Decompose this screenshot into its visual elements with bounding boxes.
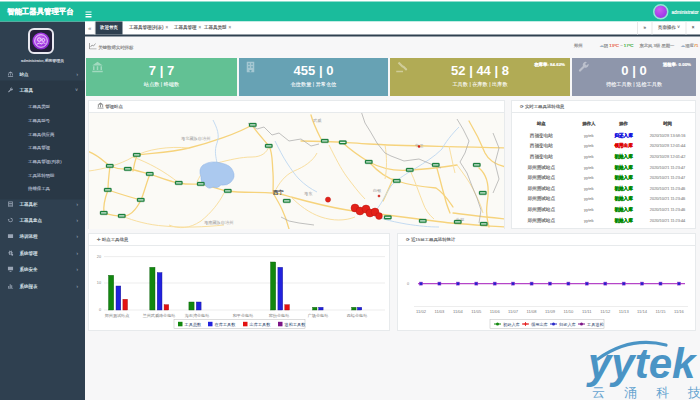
svg-text:西福变电站: 西福变电站 <box>347 313 367 318</box>
svg-text:云涌科技: 云涌科技 <box>592 385 700 400</box>
svg-text:11/09: 11/09 <box>545 309 556 314</box>
svg-text:11/14: 11/14 <box>637 309 648 314</box>
svg-text:工具总数: 工具总数 <box>184 322 203 327</box>
svg-text:出库工具数: 出库工具数 <box>250 322 272 327</box>
svg-text:广场变电站: 广场变电站 <box>308 313 328 319</box>
svg-text:和平变电站: 和平变电站 <box>233 313 253 318</box>
svg-text:yytek: yytek <box>586 340 698 387</box>
svg-text:11/15: 11/15 <box>656 309 667 314</box>
svg-text:西宁: 西宁 <box>272 189 284 196</box>
svg-text:11/06: 11/06 <box>490 309 501 314</box>
svg-text:海东: 海东 <box>304 191 313 196</box>
svg-text:海石湾变电站: 海石湾变电站 <box>185 313 210 318</box>
svg-text:11/08: 11/08 <box>527 309 538 314</box>
svg-text:送检工具数: 送检工具数 <box>285 322 307 327</box>
svg-text:11/05: 11/05 <box>471 309 482 314</box>
svg-text:归还入库: 归还入库 <box>559 322 577 327</box>
svg-text:11/13: 11/13 <box>619 309 630 314</box>
svg-text:初始入库: 初始入库 <box>503 322 521 327</box>
svg-text:领用出库: 领用出库 <box>531 322 549 327</box>
svg-text:工具送检: 工具送检 <box>586 322 605 327</box>
svg-text:11/04: 11/04 <box>453 309 464 314</box>
svg-text:0: 0 <box>407 282 409 286</box>
svg-text:白银: 白银 <box>373 188 381 193</box>
svg-text:0: 0 <box>99 308 101 312</box>
svg-text:郑州测试站点: 郑州测试站点 <box>105 313 130 318</box>
svg-text:11/11: 11/11 <box>582 309 592 314</box>
svg-text:11/02: 11/02 <box>416 309 427 314</box>
svg-text:海南藏族自治州: 海南藏族自治州 <box>204 220 233 225</box>
svg-text:11/10: 11/10 <box>563 309 574 314</box>
svg-text:海北藏族自治州: 海北藏族自治州 <box>181 136 210 141</box>
svg-text:11/12: 11/12 <box>600 309 611 314</box>
svg-text:11/16: 11/16 <box>674 309 685 314</box>
svg-text:兰州武威路变电站: 兰州武威路变电站 <box>143 313 176 318</box>
svg-text:11/03: 11/03 <box>434 309 445 314</box>
svg-text:20: 20 <box>97 255 101 259</box>
svg-text:窑街变电站: 窑街变电站 <box>269 313 289 319</box>
svg-text:10: 10 <box>97 281 101 285</box>
svg-text:在库工具数: 在库工具数 <box>215 322 237 327</box>
svg-text:武威: 武威 <box>313 118 322 123</box>
svg-text:11/07: 11/07 <box>508 309 519 314</box>
